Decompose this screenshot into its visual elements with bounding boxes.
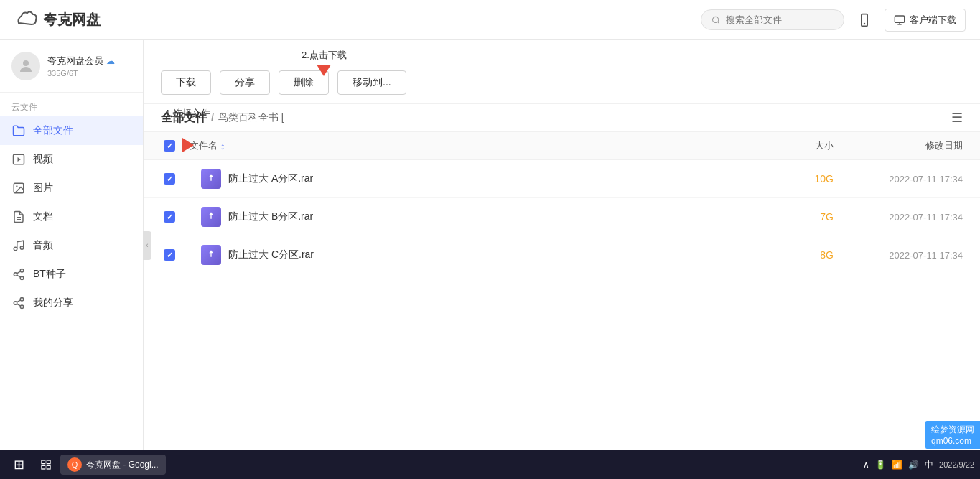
svg-line-23 — [17, 304, 20, 306]
sidebar-collapse-handle[interactable]: ‹ — [143, 231, 151, 260]
step1-annotation: 1.选择文件 — [165, 106, 210, 120]
storage-info: 335G/6T — [47, 69, 131, 78]
step2-label: 2.点击下载 — [302, 49, 347, 62]
watermark-line1: 绘梦资源网 — [931, 424, 974, 436]
svg-point-6 — [23, 60, 29, 66]
svg-point-0 — [713, 17, 719, 22]
svg-point-22 — [20, 305, 24, 309]
file-row[interactable]: 防止过大 B分区.rar 7G 2022-07-11 17:34 — [144, 198, 980, 236]
select-all-checkbox[interactable] — [164, 140, 175, 152]
sidebar-item-bt-seed[interactable]: BT种子 — [0, 260, 143, 289]
quark-app-icon: Q — [67, 457, 82, 472]
file-size-3: 8G — [747, 249, 834, 261]
download-button[interactable]: 下载 — [161, 70, 211, 95]
taskbar-arrow-icon[interactable]: ∧ — [863, 460, 869, 470]
file-name-3: 防止过大 C分区.rar — [228, 248, 747, 261]
sidebar-item-audio[interactable]: 音频 — [0, 231, 143, 260]
taskbar: ⊞ Q 夸克网盘 - Googl... ∧ 🔋 📶 🔊 中 2022/9/22 — [0, 450, 980, 479]
taskbar-app-quark[interactable]: Q 夸克网盘 - Googl... — [60, 455, 166, 475]
taskbar-lang[interactable]: 中 — [925, 459, 933, 471]
search-input[interactable] — [726, 14, 834, 25]
file-size-2: 7G — [747, 211, 834, 223]
file-date-2: 2022-07-11 17:34 — [834, 212, 963, 223]
sidebar-label-document: 文档 — [33, 210, 53, 223]
toolbar: 下载 分享 删除 移动到... — [144, 62, 980, 104]
taskbar-app-label: 夸克网盘 - Googl... — [86, 459, 159, 471]
taskbar-wifi-icon: 📶 — [892, 460, 902, 470]
column-name-header[interactable]: 文件名 ↕ — [190, 139, 747, 152]
column-size-header: 大小 — [747, 139, 834, 152]
breadcrumb-bar: 全部文件 / 鸟类百科全书 [ ☰ — [144, 104, 980, 132]
user-name-row: 夸克网盘会员 ☁ — [47, 55, 131, 68]
logo-icon — [14, 9, 37, 32]
avatar — [11, 52, 40, 80]
monitor-icon — [894, 14, 905, 26]
column-date-header: 修改日期 — [834, 139, 963, 152]
sidebar-label-image: 图片 — [33, 182, 53, 195]
sidebar-section-label: 云文件 — [0, 93, 143, 116]
file-checkbox-3[interactable] — [161, 249, 190, 261]
all-files-icon — [11, 124, 26, 138]
file-name-2: 防止过大 B分区.rar — [228, 210, 747, 223]
checkbox-3[interactable] — [164, 249, 175, 261]
svg-point-13 — [14, 247, 17, 251]
file-name-1: 防止过大 A分区.rar — [228, 172, 747, 185]
sidebar-item-video[interactable]: 视频 — [0, 145, 143, 174]
sidebar-item-my-share[interactable]: 我的分享 — [0, 289, 143, 317]
header-actions: 客户端下载 — [856, 9, 966, 32]
taskbar-battery-icon: 🔋 — [875, 460, 886, 470]
rar-icon-1 — [201, 169, 221, 189]
file-date-3: 2022-07-11 17:34 — [834, 250, 963, 261]
svg-rect-27 — [42, 465, 45, 469]
watermark-line2: qm06.com — [931, 436, 974, 446]
sidebar-label-bt: BT种子 — [33, 268, 66, 281]
move-button[interactable]: 移动到... — [337, 70, 406, 95]
taskbar-sys-tray: ∧ 🔋 📶 🔊 中 2022/9/22 — [863, 459, 974, 471]
sidebar-item-document[interactable]: 文档 — [0, 203, 143, 231]
audio-icon — [11, 238, 26, 253]
client-download-button[interactable]: 客户端下载 — [885, 9, 966, 32]
file-row[interactable]: 防止过大 A分区.rar 10G 2022-07-11 17:34 — [144, 160, 980, 198]
svg-point-16 — [14, 273, 17, 276]
svg-marker-8 — [18, 157, 22, 162]
main-layout: 夸克网盘会员 ☁ 335G/6T 云文件 全部文件 视频 — [0, 40, 980, 450]
document-icon — [11, 210, 26, 224]
file-row[interactable]: 防止过大 C分区.rar 8G 2022-07-11 17:34 — [144, 236, 980, 274]
file-checkbox-1[interactable] — [161, 173, 190, 185]
bt-icon — [11, 267, 26, 282]
search-bar[interactable] — [701, 9, 844, 30]
share-icon — [11, 296, 26, 310]
taskbar-volume-icon[interactable]: 🔊 — [908, 460, 919, 470]
share-button[interactable]: 分享 — [220, 70, 270, 95]
user-info: 夸克网盘会员 ☁ 335G/6T — [0, 52, 143, 93]
content-area: 2.点击下载 下载 分享 删除 移动到... 全部文件 / 鸟类百科全书 [ ☰… — [144, 40, 980, 450]
windows-start-button[interactable]: ⊞ — [6, 453, 32, 476]
taskbar-search-icon[interactable] — [34, 453, 57, 476]
logo-area: 夸克网盘 — [14, 9, 158, 32]
svg-point-14 — [20, 246, 24, 250]
watermark: 绘梦资源网 qm06.com — [925, 421, 980, 449]
svg-point-17 — [20, 276, 24, 280]
checkbox-2[interactable] — [164, 211, 175, 223]
svg-line-24 — [17, 300, 20, 302]
sidebar-item-image[interactable]: 图片 — [0, 174, 143, 203]
file-checkbox-2[interactable] — [161, 211, 190, 223]
search-icon — [711, 15, 720, 25]
svg-rect-25 — [42, 460, 45, 464]
video-icon — [11, 152, 26, 167]
breadcrumb-separator: / — [211, 112, 214, 124]
sidebar-label-audio: 音频 — [33, 239, 53, 252]
view-toggle-button[interactable]: ☰ — [951, 110, 963, 126]
step1-arrow — [182, 138, 194, 155]
checkbox-1[interactable] — [164, 173, 175, 185]
sidebar-label-video: 视频 — [33, 153, 53, 166]
svg-rect-28 — [47, 465, 50, 469]
file-size-1: 10G — [747, 173, 834, 185]
logo-text: 夸克网盘 — [43, 10, 101, 29]
svg-point-15 — [20, 269, 24, 273]
mobile-icon[interactable] — [856, 11, 873, 29]
client-download-label: 客户端下载 — [910, 14, 956, 27]
sidebar-label-share: 我的分享 — [33, 297, 73, 310]
file-date-1: 2022-07-11 17:34 — [834, 174, 963, 185]
sidebar-item-all-files[interactable]: 全部文件 — [0, 116, 143, 145]
